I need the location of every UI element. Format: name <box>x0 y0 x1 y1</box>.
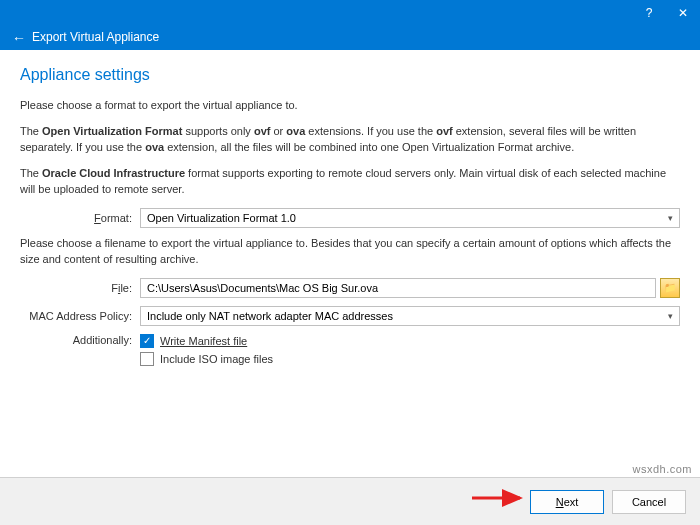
browse-button[interactable]: 📁 <box>660 278 680 298</box>
format-value: Open Virtualization Format 1.0 <box>147 212 296 224</box>
intro-text-4: Please choose a filename to export the v… <box>20 236 680 268</box>
chevron-down-icon: ▾ <box>668 311 673 321</box>
iso-checkbox[interactable] <box>140 352 154 366</box>
footer: Next Cancel <box>0 477 700 525</box>
mac-value: Include only NAT network adapter MAC add… <box>147 310 393 322</box>
help-button[interactable]: ? <box>632 2 666 24</box>
manifest-checkbox[interactable]: ✓ <box>140 334 154 348</box>
intro-text-2: The Open Virtualization Format supports … <box>20 124 680 156</box>
window-title: Export Virtual Appliance <box>32 30 159 44</box>
mac-row: MAC Address Policy: Include only NAT net… <box>20 306 680 326</box>
watermark: wsxdh.com <box>632 463 692 475</box>
chevron-down-icon: ▾ <box>668 213 673 223</box>
mac-label: MAC Address Policy: <box>20 310 140 322</box>
next-button[interactable]: Next <box>530 490 604 514</box>
iso-label: Include ISO image files <box>160 353 273 365</box>
format-row: Format: Open Virtualization Format 1.0 ▾ <box>20 208 680 228</box>
file-input[interactable]: C:\Users\Asus\Documents\Mac OS Big Sur.o… <box>140 278 656 298</box>
manifest-label: Write Manifest file <box>160 335 247 347</box>
format-dropdown[interactable]: Open Virtualization Format 1.0 ▾ <box>140 208 680 228</box>
titlebar: ? ✕ ← Export Virtual Appliance <box>0 0 700 50</box>
file-row: File: C:\Users\Asus\Documents\Mac OS Big… <box>20 278 680 298</box>
folder-icon: 📁 <box>664 282 676 293</box>
cancel-button[interactable]: Cancel <box>612 490 686 514</box>
page-heading: Appliance settings <box>20 66 680 84</box>
close-button[interactable]: ✕ <box>666 2 700 24</box>
file-value: C:\Users\Asus\Documents\Mac OS Big Sur.o… <box>147 282 378 294</box>
mac-dropdown[interactable]: Include only NAT network adapter MAC add… <box>140 306 680 326</box>
back-icon[interactable]: ← <box>12 30 26 46</box>
file-label: File: <box>20 282 140 294</box>
format-label: Format: <box>20 212 140 224</box>
additionally-label: Additionally: <box>20 334 140 346</box>
intro-text-1: Please choose a format to export the vir… <box>20 98 680 114</box>
intro-text-3: The Oracle Cloud Infrastructure format s… <box>20 166 680 198</box>
content-area: Appliance settings Please choose a forma… <box>0 50 700 477</box>
